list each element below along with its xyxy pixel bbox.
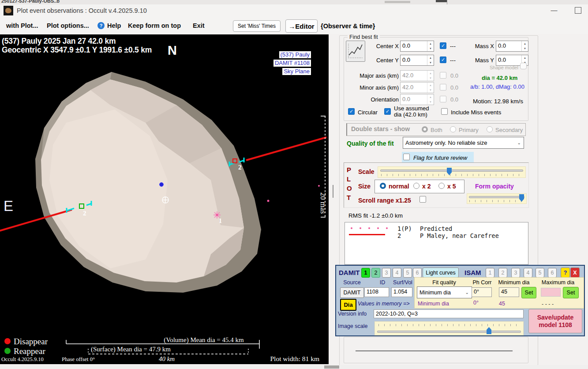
damit-help-button[interactable]: ?: [561, 267, 570, 278]
mass-x-spinner[interactable]: 0.0 ▲▼: [496, 41, 528, 52]
minimize-button[interactable]: —: [546, 6, 562, 15]
use-assumed-checkbox[interactable]: [384, 108, 391, 115]
min-dia-input[interactable]: 45: [499, 287, 519, 297]
version-input[interactable]: 2022-10-20, Q=3: [374, 309, 524, 318]
editor-button[interactable]: →Editor: [285, 19, 318, 33]
scrollbar-thumb[interactable]: [324, 365, 339, 369]
chevron-down-icon: ⌄: [465, 290, 472, 295]
quality-label: Quality of the fit: [347, 140, 394, 147]
size-x5-radio[interactable]: [438, 183, 445, 189]
damit-model-button-4[interactable]: 4: [393, 268, 401, 278]
save-update-line1: Save/update: [537, 314, 573, 321]
menu-item-with-plot[interactable]: with Plot...: [6, 22, 38, 29]
double-primary-radio[interactable]: [450, 126, 456, 132]
column-minimum-dia: Minimum dia: [495, 279, 533, 286]
obs-dotted-marker: [377, 227, 379, 229]
scale-slider[interactable]: [378, 166, 526, 178]
major-axis-sd: 0.0: [450, 72, 458, 79]
circular-checkbox[interactable]: [348, 108, 355, 115]
menu-item-help[interactable]: Help: [107, 22, 121, 29]
plot-title-line1: (537) Pauly 2025 Jan 27 42.0 km: [2, 37, 116, 45]
size-normal-radio[interactable]: [380, 183, 386, 189]
find-best-fit-legend: Find best fit: [348, 34, 380, 40]
app-asteroid-icon: [4, 6, 13, 15]
isam-title: ISAM: [464, 269, 481, 276]
minor-axis-checkbox[interactable]: [440, 84, 446, 90]
center-y-spinner[interactable]: 0.0 ▲▼: [400, 55, 434, 66]
plot-vertical-p: P: [347, 166, 351, 173]
size-x2-radio[interactable]: [413, 183, 419, 189]
max-dia-input[interactable]: [541, 288, 561, 297]
size-x5-label: x 5: [447, 183, 456, 190]
isam-button-3[interactable]: 3: [511, 268, 520, 278]
flag-review-checkbox[interactable]: [403, 154, 410, 160]
damit-model-button-6[interactable]: 6: [413, 268, 422, 278]
isam-button-6[interactable]: 6: [548, 268, 557, 278]
dia-button[interactable]: Dia: [340, 299, 356, 311]
maximize-button[interactable]: [575, 7, 581, 14]
predicted-dot: [318, 185, 320, 187]
menu-item-plot-options[interactable]: Plot options...: [47, 22, 89, 29]
orientation-spinner[interactable]: 0.0 ▲▼: [400, 94, 434, 105]
damit-model-button-1[interactable]: 1: [361, 268, 370, 278]
center-x-checkbox[interactable]: [440, 42, 446, 49]
chord-2-label-right: 2: [238, 164, 242, 171]
orientation-checkbox[interactable]: [440, 96, 446, 102]
splitter-handle[interactable]: [333, 185, 333, 198]
help-icon[interactable]: ?: [97, 22, 105, 29]
set-miss-times-button[interactable]: Set 'Miss' Times: [233, 20, 281, 32]
surfvol-input[interactable]: 1.054: [391, 287, 412, 297]
form-opacity-slider[interactable]: [467, 193, 527, 204]
orientation-spin-buttons: ▲▼: [427, 94, 434, 105]
column-fit-quality: Fit quality: [420, 279, 468, 286]
center-x-flag: ---: [450, 43, 456, 49]
minor-axis-value: 42.0: [401, 83, 427, 93]
center-x-spinner[interactable]: 0.0 ▲▼: [400, 41, 434, 52]
double-stars-label: Double stars - show: [351, 125, 410, 132]
plot-canvas[interactable]: (537) Pauly 2025 Jan 27 42.0 km Geocentr…: [0, 34, 329, 364]
center-y-checkbox[interactable]: [440, 56, 446, 63]
damit-model-button-2[interactable]: 2: [371, 268, 380, 278]
column-surfvol: Surf/Vol: [391, 279, 415, 286]
ph-corr-input[interactable]: 0°: [472, 287, 492, 297]
set-max-button[interactable]: Set: [563, 287, 579, 298]
include-miss-checkbox[interactable]: [441, 108, 448, 115]
obs-dotted-marker: [386, 227, 388, 229]
fit-graph-button[interactable]: [346, 41, 365, 62]
quality-select[interactable]: Astrometry only. No reliable size ⌄: [403, 137, 524, 149]
orientation-value: 0.0: [401, 94, 427, 105]
double-secondary-radio[interactable]: [487, 126, 493, 132]
isam-button-1[interactable]: 1: [486, 268, 494, 278]
center-x-spin-buttons[interactable]: ▲▼: [427, 41, 434, 51]
double-both-radio[interactable]: [422, 126, 428, 132]
scroll-range-checkbox[interactable]: [419, 196, 426, 203]
major-axis-spinner[interactable]: 42.0 ▲▼: [400, 70, 434, 81]
memory-ph-corr: 0°: [473, 300, 479, 306]
isam-button-5[interactable]: 5: [536, 268, 544, 278]
set-min-button[interactable]: Set: [521, 287, 536, 298]
minor-axis-spinner[interactable]: 42.0 ▲▼: [400, 82, 434, 93]
fit-quality-value: Minimum dia: [419, 290, 451, 296]
shape-model-checkbox[interactable]: [520, 63, 527, 69]
source-value: DAMIT: [340, 287, 364, 298]
damit-close-button[interactable]: X: [570, 267, 580, 278]
menu-item-keep-form-on-top[interactable]: Keep form on top: [128, 22, 181, 29]
id-input[interactable]: 1108: [364, 287, 389, 297]
mas-scale-label: 20 mas: [319, 192, 327, 214]
isam-button-2[interactable]: 2: [498, 268, 507, 278]
fit-quality-select[interactable]: Minimum dia ⌄: [417, 286, 472, 298]
save-update-button[interactable]: Save/update model 1108: [528, 309, 582, 333]
mass-x-spin-buttons[interactable]: ▲▼: [521, 41, 528, 51]
light-curves-button[interactable]: Light curves: [423, 267, 459, 278]
observer-time-label: {Observer & time}: [321, 23, 375, 30]
damit-model-button-5[interactable]: 5: [403, 268, 412, 278]
major-axis-checkbox[interactable]: [440, 72, 446, 79]
isam-button-4[interactable]: 4: [524, 268, 532, 278]
horizontal-scrollbar[interactable]: [0, 365, 588, 369]
menu-item-exit[interactable]: Exit: [193, 22, 205, 29]
image-scale-thumb[interactable]: [487, 327, 491, 334]
form-opacity-track: [469, 196, 524, 198]
image-scale-slider[interactable]: [375, 321, 524, 335]
damit-model-button-3[interactable]: 3: [382, 268, 391, 278]
center-y-spin-buttons[interactable]: ▲▼: [427, 55, 434, 65]
